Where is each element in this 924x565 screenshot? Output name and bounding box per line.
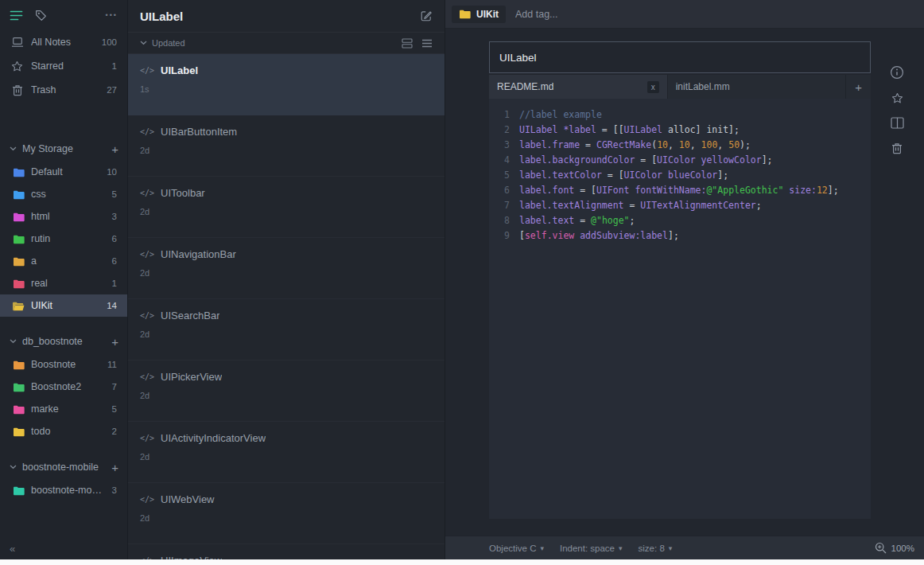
line-number: 6 (489, 183, 519, 198)
folder-item-boostnote[interactable]: Boostnote11 (0, 353, 127, 376)
note-list-item[interactable]: </>UIActivityIndicatorView2d (128, 422, 445, 483)
folder-item-boostnote2[interactable]: Boostnote27 (0, 376, 127, 398)
zoom-level: 100% (891, 544, 914, 553)
sidebar-item-label: All Notes (31, 37, 95, 48)
card-view-icon[interactable] (402, 38, 413, 49)
folder-item-uikit[interactable]: UIKit14 (0, 294, 127, 317)
sidebar-item-trash[interactable]: Trash27 (0, 78, 127, 102)
note-item-title: UIPickerView (161, 371, 222, 383)
tab-close-button[interactable]: x (647, 81, 659, 93)
note-title-input[interactable] (489, 41, 871, 73)
folder-name: real (31, 278, 106, 289)
folder-item-css[interactable]: css5 (0, 183, 127, 205)
code-line: 4label.backgroundColor = [UIColor yellow… (489, 153, 871, 168)
more-menu-button[interactable]: ••• (106, 11, 118, 19)
status-dropdown-indent-space[interactable]: Indent: space▾ (560, 544, 623, 553)
add-folder-button[interactable]: + (111, 335, 118, 349)
code-line: 5label.textColor = [UIColor blueColor]; (489, 168, 871, 183)
note-list-item[interactable]: </>UIWebView2d (128, 483, 445, 544)
note-item-header: </>UILabel (140, 64, 433, 76)
sidebar-item-starred[interactable]: Starred1 (0, 54, 127, 78)
tab-initlabel-mm[interactable]: initLabel.mm (668, 75, 847, 99)
folder-item-real[interactable]: real1 (0, 272, 127, 294)
note-item-header: </>UIToolbar (140, 187, 433, 199)
note-list-panel: UILabel Updated </>UILabel1s</>UIBarButt… (127, 0, 445, 559)
code-line-content: label.textColor = [UIColor blueColor]; (519, 168, 728, 183)
tab-label: README.md (497, 81, 553, 92)
tab-readme-md[interactable]: README.mdx (489, 75, 668, 99)
note-list-item[interactable]: </>UIPickerView2d (128, 360, 445, 422)
folder-item-marke[interactable]: marke5 (0, 398, 127, 420)
folder-item-rutin[interactable]: rutin6 (0, 228, 127, 250)
note-item-title: UIToolbar (161, 187, 205, 199)
code-editor[interactable]: 1//label example2UILabel *label = [[UILa… (489, 99, 871, 519)
info-icon[interactable] (890, 65, 904, 80)
add-folder-button[interactable]: + (111, 142, 118, 156)
folder-name: css (31, 189, 106, 200)
editor-status-bar: Objective C▾Indent: space▾size: 8▾ 100% (445, 536, 924, 559)
bottom-strip (0, 559, 924, 565)
star-icon[interactable] (891, 92, 903, 104)
split-view-icon[interactable] (891, 117, 904, 129)
folder-name: Default (31, 166, 100, 177)
status-dropdown-size-8[interactable]: size: 8▾ (639, 544, 673, 553)
folder-count: 11 (107, 360, 117, 369)
line-number: 4 (489, 153, 519, 168)
note-list-item[interactable]: </>UINavigationBar2d (128, 238, 445, 299)
storage-section-header[interactable]: boostnote-mobile+ (0, 455, 127, 479)
note-item-header: </>UIBarButtonItem (140, 126, 433, 138)
note-item-header: </>UIActivityIndicatorView (140, 432, 433, 444)
note-list-item[interactable]: </>UISearchBar2d (128, 299, 445, 360)
folder-count: 6 (112, 234, 117, 244)
new-tab-button[interactable]: + (846, 75, 871, 99)
folder-name: rutin (31, 233, 106, 244)
folder-count: 5 (112, 189, 117, 199)
storage-section-header[interactable]: db_boostnote+ (0, 329, 127, 353)
folder-item-a[interactable]: a6 (0, 250, 127, 272)
note-item-header: </>UISearchBar (140, 310, 433, 321)
note-list-item[interactable]: </>UIBarButtonItem2d (128, 115, 445, 177)
sort-dropdown[interactable]: Updated (140, 38, 185, 48)
magnifier-icon (875, 542, 887, 554)
folder-item-default[interactable]: Default10 (0, 161, 127, 183)
note-item-time: 2d (140, 207, 433, 216)
folder-icon (12, 382, 25, 392)
line-number: 2 (489, 123, 519, 138)
note-list-item[interactable]: </>UILabel1s (128, 54, 445, 115)
status-dropdown-objective-c[interactable]: Objective C▾ (489, 544, 544, 553)
line-number: 8 (489, 213, 519, 228)
folder-icon (12, 234, 25, 244)
sidebar-collapse-button[interactable]: « (10, 543, 15, 555)
folder-item-todo[interactable]: todo2 (0, 420, 127, 442)
code-line: 2UILabel *label = [[UILabel alloc] init]… (489, 123, 871, 138)
note-list-item[interactable]: </>UIToolbar2d (128, 177, 445, 238)
folder-item-boostnote-mobile[interactable]: boostnote-mobile ...3 (0, 479, 127, 501)
status-dropdown-label: Indent: space (560, 544, 615, 553)
folder-badge[interactable]: UIKit (452, 6, 506, 23)
add-tag-input[interactable] (515, 9, 619, 20)
sidebar-item-all-notes[interactable]: All Notes100 (0, 30, 127, 54)
note-item-time: 2d (140, 329, 433, 339)
list-view-icon[interactable] (421, 39, 433, 48)
zoom-control[interactable]: 100% (875, 542, 914, 554)
code-line-content: //label example (519, 107, 602, 123)
tag-icon[interactable] (35, 10, 47, 21)
status-dropdown-label: size: 8 (639, 544, 665, 553)
note-list-item[interactable]: </>UIImageView (128, 544, 445, 559)
chevron-down-icon (140, 41, 147, 45)
note-list-sort-bar: Updated (128, 32, 445, 54)
caret-down-icon: ▾ (619, 544, 623, 552)
note-item-title: UIActivityIndicatorView (161, 432, 266, 444)
note-item-title: UIImageView (161, 555, 222, 559)
trash-icon[interactable] (891, 142, 903, 154)
note-item-time: 2d (140, 391, 433, 400)
folder-item-html[interactable]: html3 (0, 205, 127, 228)
folder-icon (12, 360, 25, 370)
editor-side-toolbar (871, 41, 923, 536)
new-note-icon[interactable] (420, 10, 433, 22)
note-item-header: </>UIWebView (140, 493, 433, 505)
menu-lines-icon[interactable] (10, 10, 23, 21)
chevron-down-icon (10, 339, 17, 344)
add-folder-button[interactable]: + (111, 461, 118, 474)
storage-section-header[interactable]: My Storage+ (0, 137, 127, 161)
